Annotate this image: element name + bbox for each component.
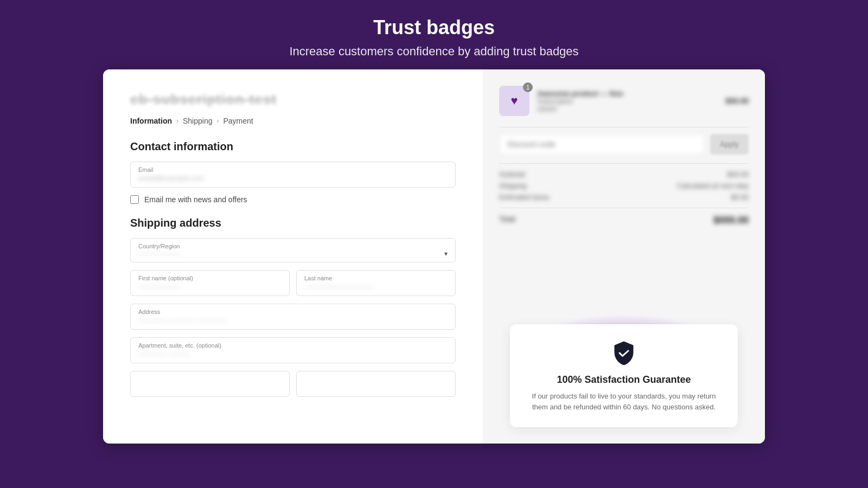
city-input[interactable] [130, 371, 290, 397]
email-group: Email email@example.com [130, 162, 456, 188]
chevron-right-icon-2: › [217, 117, 219, 125]
item-image: ♥ 1 [499, 86, 529, 116]
country-value: —————— [138, 249, 181, 258]
page-header: Trust badges Increase customers confiden… [278, 0, 589, 69]
newsletter-row: Email me with news and offers [130, 195, 456, 204]
main-card: cb-subscription-test Information › Shipp… [103, 69, 765, 444]
apartment-input[interactable]: Apartment, suite, etc. (optional) ———— —… [130, 337, 456, 363]
breadcrumb-shipping[interactable]: Shipping [183, 117, 213, 125]
country-select[interactable]: Country/Region —————— ▾ [130, 238, 456, 262]
divider-2 [499, 163, 749, 164]
last-name-group: Last name —————————— [296, 270, 456, 296]
first-name-value: —————— [138, 282, 181, 291]
city-state-row [130, 371, 456, 404]
order-summary-panel: ♥ 1 Awesome product — Size Subscription … [483, 69, 765, 444]
contact-section-title: Contact information [130, 140, 456, 153]
country-group: Country/Region —————— ▾ [130, 238, 456, 262]
last-name-label: Last name [304, 275, 448, 281]
item-details: Awesome product — Size Subscription vari… [537, 89, 718, 113]
apartment-label: Apartment, suite, etc. (optional) [138, 342, 448, 349]
subtotal-row: Subtotal $00.00 [499, 170, 749, 178]
item-price: $00.00 [725, 97, 749, 105]
chevron-right-icon-1: › [176, 117, 178, 125]
promo-input[interactable] [499, 134, 705, 155]
apartment-group: Apartment, suite, etc. (optional) ———— —… [130, 337, 456, 363]
promo-apply-button[interactable]: Apply [710, 134, 749, 155]
heart-icon: ♥ [510, 94, 518, 108]
first-name-input[interactable]: First name (optional) —————— [130, 270, 290, 296]
item-sub: Subscription [537, 98, 718, 105]
trust-badge-title: 100% Satisfaction Guarantee [527, 374, 720, 386]
item-variant: variant [537, 105, 718, 113]
tax-value: $0.00 [731, 193, 749, 201]
store-name: cb-subscription-test [130, 91, 456, 108]
shipping-label: Shipping [499, 182, 527, 190]
total-row: Total $000.00 [499, 215, 749, 226]
tax-label: Estimated taxes [499, 193, 550, 201]
shipping-value: Calculated at next step [677, 182, 749, 190]
state-group [296, 371, 456, 397]
total-label: Total [499, 215, 515, 226]
email-label: Email [138, 166, 448, 173]
total-value: $000.00 [713, 215, 749, 226]
chevron-down-icon: ▾ [444, 250, 448, 258]
checkout-form: cb-subscription-test Information › Shipp… [103, 69, 483, 444]
page-subtitle: Increase customers confidence by adding … [289, 44, 578, 59]
order-item: ♥ 1 Awesome product — Size Subscription … [499, 86, 749, 116]
apartment-value: ———— ——— [138, 350, 190, 358]
divider-3 [499, 208, 749, 208]
address-input[interactable]: Address ———— ———— ———— [130, 304, 456, 330]
subtotal-value: $00.00 [727, 170, 749, 178]
country-label: Country/Region [138, 243, 448, 249]
breadcrumb-information[interactable]: Information [130, 117, 172, 125]
address-value: ———— ———— ———— [138, 316, 227, 324]
tax-row: Estimated taxes $0.00 [499, 193, 749, 201]
address-label: Address [138, 309, 448, 315]
state-input[interactable] [296, 371, 456, 397]
page-title: Trust badges [289, 16, 578, 39]
trust-badge-card: 100% Satisfaction Guarantee If our produ… [510, 324, 738, 427]
shield-check-icon [610, 339, 637, 367]
divider-1 [499, 127, 749, 127]
last-name-input[interactable]: Last name —————————— [296, 270, 456, 296]
trust-badge-description: If our products fail to live to your sta… [527, 391, 720, 412]
first-name-group: First name (optional) —————— [130, 270, 290, 296]
city-group [130, 371, 290, 397]
newsletter-checkbox[interactable] [130, 195, 139, 204]
newsletter-label[interactable]: Email me with news and offers [144, 195, 247, 204]
breadcrumb-payment[interactable]: Payment [224, 117, 253, 125]
item-name: Awesome product — Size [537, 89, 718, 98]
item-badge: 1 [523, 82, 533, 92]
address-group: Address ———— ———— ———— [130, 304, 456, 330]
first-name-label: First name (optional) [138, 275, 282, 281]
breadcrumb: Information › Shipping › Payment [130, 117, 456, 125]
promo-row: Apply [499, 134, 749, 155]
email-input-wrapper[interactable]: Email email@example.com [130, 162, 456, 188]
email-value: email@example.com [138, 174, 205, 182]
last-name-value: —————————— [304, 282, 375, 291]
name-row: First name (optional) —————— Last name —… [130, 270, 456, 304]
shipping-section-title: Shipping address [130, 217, 456, 229]
subtotal-label: Subtotal [499, 170, 525, 178]
shipping-row: Shipping Calculated at next step [499, 182, 749, 190]
